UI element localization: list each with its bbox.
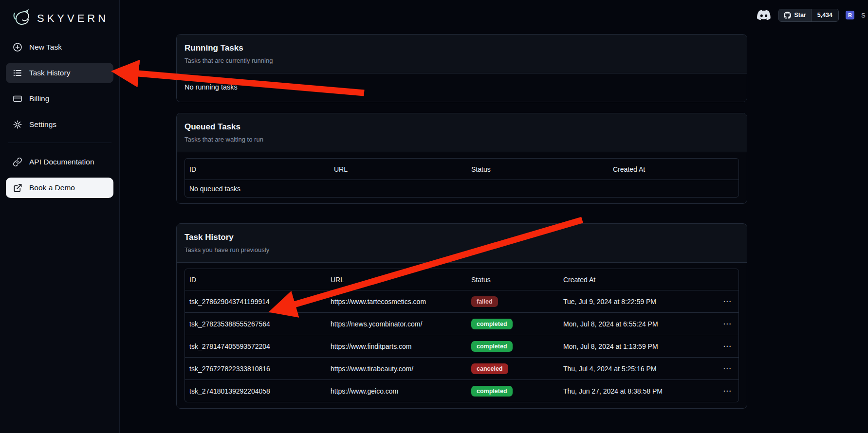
task-created-at: Mon, Jul 8, 2024 at 1:13:59 PM — [559, 343, 710, 350]
github-star-button[interactable]: Star 5,434 — [778, 9, 839, 22]
topbar: Star 5,434 R S — [120, 7, 868, 23]
status-badge: completed — [471, 341, 513, 352]
card-title: Running Tasks — [185, 43, 739, 53]
table-row[interactable]: tsk_278235388555267564 https://news.ycom… — [185, 312, 739, 335]
sidebar-item-label: New Task — [29, 43, 62, 52]
queued-empty-row: No queued tasks — [185, 180, 739, 197]
queued-tasks-header: Queued Tasks Tasks that are waiting to r… — [177, 113, 747, 152]
sidebar-item-label: Task History — [29, 69, 70, 77]
running-tasks-card: Running Tasks Tasks that are currently r… — [176, 34, 747, 102]
sidebar: SKYVERN New Task Task History — [0, 0, 120, 433]
table-row[interactable]: tsk_278147405593572204 https://www.findi… — [185, 335, 739, 357]
card-subtitle: Tasks that are currently running — [185, 57, 739, 64]
table-row[interactable]: tsk_276727822333810816 https://www.tirab… — [185, 357, 739, 379]
sidebar-item-billing[interactable]: Billing — [6, 89, 113, 109]
task-url: https://news.ycombinator.com/ — [326, 320, 467, 328]
status-badge: failed — [471, 296, 498, 307]
column-header-id: ID — [185, 165, 330, 173]
queued-tasks-table: ID URL Status Created At No queued tasks — [185, 158, 739, 198]
sidebar-item-task-history[interactable]: Task History — [6, 63, 113, 83]
queued-tasks-card: Queued Tasks Tasks that are waiting to r… — [176, 113, 747, 204]
github-star-count: 5,434 — [811, 9, 838, 21]
task-id: tsk_278629043741199914 — [185, 298, 326, 306]
card-subtitle: Tasks that are waiting to run — [185, 136, 739, 143]
sidebar-item-label: Settings — [29, 120, 56, 129]
external-link-icon — [13, 183, 22, 193]
task-history-card: Task History Tasks you have run previous… — [176, 223, 747, 409]
github-icon — [784, 12, 791, 19]
task-history-body: ID URL Status Created At tsk_27862904374… — [177, 263, 747, 408]
card-title: Queued Tasks — [185, 122, 739, 132]
user-avatar[interactable]: R — [846, 11, 854, 19]
table-row[interactable]: tsk_278629043741199914 https://www.tarte… — [185, 290, 739, 312]
table-row[interactable]: tsk_274180139292204058 https://www.geico… — [185, 379, 739, 402]
topbar-overflow-text: S — [861, 12, 868, 19]
row-actions-button[interactable]: ⋯ — [723, 342, 732, 350]
row-actions-button[interactable]: ⋯ — [723, 387, 732, 395]
task-id: tsk_278235388555267564 — [185, 320, 326, 328]
sidebar-divider — [8, 143, 111, 143]
row-actions-button[interactable]: ⋯ — [723, 297, 732, 306]
sidebar-item-settings[interactable]: Settings — [6, 114, 113, 135]
link-icon — [13, 157, 22, 167]
row-actions-button[interactable]: ⋯ — [723, 364, 732, 373]
queued-empty-state: No queued tasks — [185, 185, 739, 193]
app-window: SKYVERN New Task Task History — [0, 0, 868, 433]
task-url: https://www.geico.com — [326, 387, 467, 395]
column-header-status: Status — [467, 165, 609, 173]
column-header-created-at: Created At — [609, 165, 739, 173]
column-header-created-at: Created At — [559, 276, 710, 284]
status-badge: completed — [471, 319, 513, 329]
github-star-label: Star — [794, 12, 806, 18]
plus-circle-icon — [13, 42, 22, 52]
sidebar-item-label: API Documentation — [29, 158, 94, 166]
task-id: tsk_274180139292204058 — [185, 387, 326, 395]
column-header-url: URL — [330, 165, 467, 173]
task-id: tsk_276727822333810816 — [185, 365, 326, 373]
card-subtitle: Tasks you have run previously — [185, 246, 739, 253]
task-history-table: ID URL Status Created At tsk_27862904374… — [185, 269, 739, 402]
card-title: Task History — [185, 233, 739, 242]
status-badge: completed — [471, 386, 513, 397]
queued-tasks-body: ID URL Status Created At No queued tasks — [177, 152, 747, 203]
task-url: https://www.tartecosmetics.com — [326, 298, 467, 306]
sidebar-item-label: Billing — [29, 94, 49, 103]
task-history-header: Task History Tasks you have run previous… — [177, 224, 747, 263]
list-icon — [13, 68, 22, 78]
table-header-row: ID URL Status Created At — [185, 269, 739, 290]
row-actions-button[interactable]: ⋯ — [723, 320, 732, 328]
brand-name: SKYVERN — [37, 12, 109, 25]
credit-card-icon — [13, 94, 22, 104]
sidebar-item-label: Book a Demo — [29, 183, 75, 192]
gear-icon — [13, 120, 22, 129]
skyvern-dragon-icon — [11, 9, 32, 28]
task-id: tsk_278147405593572204 — [185, 343, 326, 350]
task-created-at: Tue, Jul 9, 2024 at 8:22:59 PM — [559, 298, 710, 306]
running-tasks-body: No running tasks — [177, 73, 747, 102]
running-empty-state: No running tasks — [185, 79, 739, 96]
discord-icon[interactable] — [757, 10, 772, 20]
running-tasks-header: Running Tasks Tasks that are currently r… — [177, 35, 747, 73]
column-header-url: URL — [326, 276, 467, 284]
sidebar-item-api-documentation[interactable]: API Documentation — [6, 152, 113, 172]
sidebar-item-book-a-demo[interactable]: Book a Demo — [6, 178, 113, 198]
task-created-at: Mon, Jul 8, 2024 at 6:55:24 PM — [559, 320, 710, 328]
main-content: Running Tasks Tasks that are currently r… — [120, 27, 868, 433]
task-url: https://www.finditparts.com — [326, 343, 467, 350]
task-url: https://www.tirabeauty.com/ — [326, 365, 467, 373]
column-header-status: Status — [467, 276, 559, 284]
column-header-id: ID — [185, 276, 326, 284]
sidebar-item-new-task[interactable]: New Task — [6, 37, 113, 57]
task-created-at: Thu, Jul 4, 2024 at 5:25:16 PM — [559, 365, 710, 373]
task-created-at: Thu, Jun 27, 2024 at 8:38:58 PM — [559, 387, 710, 395]
status-badge: canceled — [471, 363, 508, 374]
brand-logo: SKYVERN — [6, 6, 113, 37]
table-header-row: ID URL Status Created At — [185, 159, 739, 180]
